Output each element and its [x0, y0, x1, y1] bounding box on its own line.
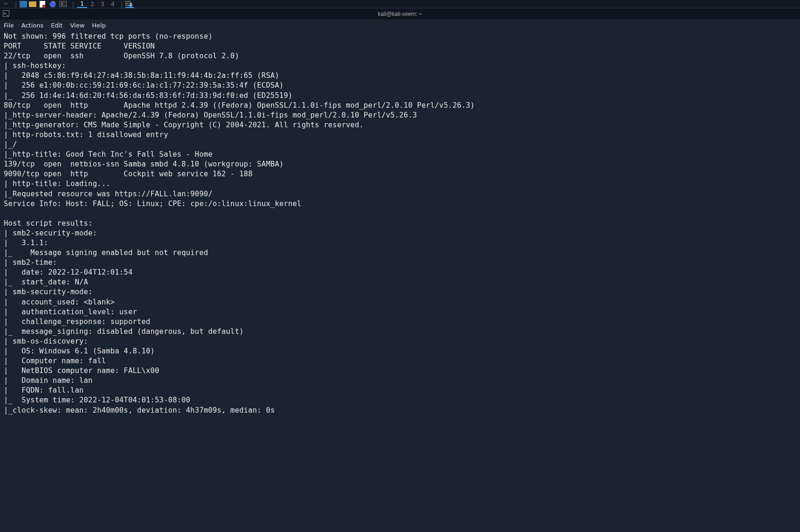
- show-desktop-icon[interactable]: [20, 1, 27, 7]
- menu-file[interactable]: File: [4, 22, 14, 29]
- taskbar: | $_ | 1 2 3 4 | >_ 2: [0, 0, 800, 8]
- terminal-icon[interactable]: $_: [59, 0, 67, 8]
- workspace-3[interactable]: 3: [97, 0, 108, 7]
- workspace-4[interactable]: 4: [108, 0, 118, 7]
- taskbar-separator: |: [71, 0, 75, 8]
- kali-menu-icon[interactable]: [2, 0, 10, 8]
- workspace-1[interactable]: 1: [77, 0, 87, 8]
- menu-help[interactable]: Help: [92, 22, 106, 29]
- workspace-2[interactable]: 2: [87, 0, 97, 7]
- running-terminal-icon[interactable]: >_ 2: [125, 0, 134, 8]
- text-editor-icon[interactable]: [38, 0, 47, 8]
- taskbar-separator: |: [120, 0, 124, 8]
- taskbar-separator: |: [14, 0, 18, 8]
- svg-point-0: [50, 1, 56, 7]
- terminal-output[interactable]: Not shown: 996 filtered tcp ports (no-re…: [0, 31, 800, 416]
- terminal-titlebar-icon: >_: [3, 10, 9, 17]
- firefox-icon[interactable]: [48, 0, 57, 8]
- window-title: kali@kali-seem: ~: [378, 11, 422, 17]
- menu-actions[interactable]: Actions: [21, 22, 44, 29]
- menu-edit[interactable]: Edit: [51, 22, 62, 29]
- menu-view[interactable]: View: [70, 22, 84, 29]
- file-manager-icon[interactable]: [29, 1, 36, 7]
- window-title-bar[interactable]: >_ kali@kali-seem: ~: [0, 8, 800, 20]
- menu-bar: File Actions Edit View Help: [0, 20, 800, 31]
